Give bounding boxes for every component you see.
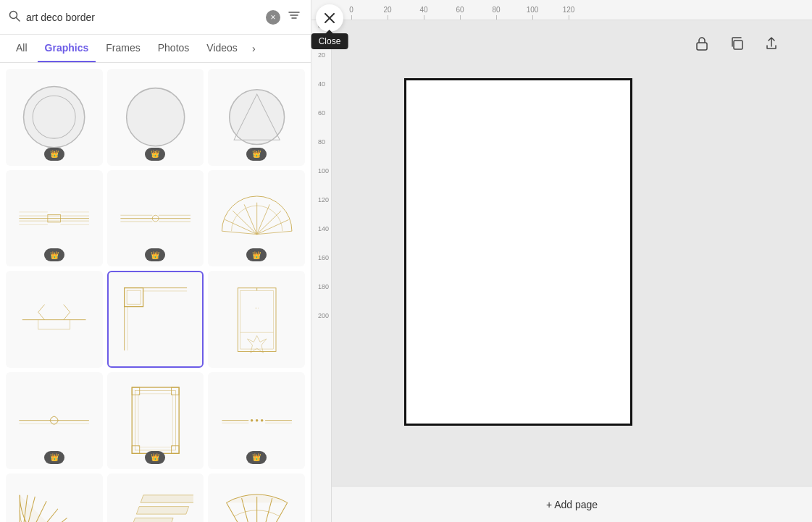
search-bar: art deco border × <box>0 0 311 35</box>
tab-photos[interactable]: Photos <box>151 35 197 62</box>
svg-rect-55 <box>132 387 140 395</box>
ruler-mark-v: 160 <box>318 255 331 284</box>
svg-line-27 <box>225 219 256 234</box>
svg-line-81 <box>226 502 256 522</box>
ruler-mark-v: 60 <box>318 110 331 139</box>
svg-line-25 <box>244 204 257 234</box>
svg-text:···: ··· <box>255 306 259 311</box>
svg-rect-52 <box>132 387 179 453</box>
list-item[interactable]: ··· <box>208 271 305 368</box>
svg-rect-56 <box>171 387 179 395</box>
list-item[interactable]: 👑 <box>6 372 103 469</box>
premium-badge: 👑 <box>246 248 267 261</box>
list-item[interactable]: 👑 <box>107 69 204 166</box>
svg-rect-58 <box>171 446 179 454</box>
svg-line-26 <box>233 211 256 234</box>
svg-rect-77 <box>136 506 188 514</box>
ruler-mark: 20 <box>369 6 406 20</box>
premium-badge: 👑 <box>246 148 267 161</box>
ruler-mark-v: 180 <box>318 284 331 313</box>
tab-frames[interactable]: Frames <box>99 35 147 62</box>
graphics-grid: 👑 👑 👑 <box>6 69 305 522</box>
canvas-panel: 0 20 40 60 80 100 120 0 20 40 60 80 100 … <box>311 0 812 522</box>
svg-line-30 <box>256 211 280 234</box>
list-item[interactable]: 👑 <box>107 473 204 522</box>
svg-point-7 <box>126 88 184 146</box>
canvas-toolbar <box>690 32 783 55</box>
tab-graphics[interactable]: Graphics <box>38 35 96 62</box>
svg-line-28 <box>222 231 256 234</box>
ruler-mark-v: 140 <box>318 226 331 255</box>
share-icon[interactable] <box>760 32 783 55</box>
svg-rect-57 <box>132 446 140 454</box>
list-item[interactable] <box>6 271 103 368</box>
list-item[interactable]: 👑 <box>208 69 305 166</box>
svg-rect-43 <box>238 287 276 351</box>
premium-badge: 👑 <box>44 451 64 464</box>
premium-badge: 👑 <box>44 248 64 261</box>
ruler-mark-v: 20 <box>318 52 331 81</box>
ruler-mark: 60 <box>442 6 478 20</box>
close-tooltip: Close <box>311 33 348 49</box>
list-item[interactable] <box>107 271 204 368</box>
svg-rect-98 <box>697 43 707 50</box>
svg-line-32 <box>256 231 291 234</box>
tab-more[interactable]: › <box>248 35 260 62</box>
svg-rect-53 <box>135 391 175 451</box>
svg-rect-99 <box>734 41 742 49</box>
list-item[interactable]: 👑 <box>107 170 204 267</box>
premium-badge: 👑 <box>246 451 267 464</box>
svg-line-1 <box>17 17 20 21</box>
list-item[interactable]: 👑 <box>107 372 204 469</box>
ruler-mark-v: 40 <box>318 81 331 110</box>
ruler-vertical: 0 20 40 60 80 100 120 140 160 180 200 <box>311 20 332 522</box>
svg-rect-76 <box>141 495 193 503</box>
ruler-mark-v: 120 <box>318 197 331 226</box>
svg-rect-37 <box>124 288 143 307</box>
clear-search-button[interactable]: × <box>266 10 280 25</box>
tabs-bar: All Graphics Frames Photos Videos › <box>0 35 311 63</box>
list-item[interactable]: 👑 <box>6 170 103 267</box>
svg-rect-78 <box>132 518 172 522</box>
lock-icon[interactable] <box>690 32 713 55</box>
close-button-area: Close <box>311 0 348 36</box>
canvas-page[interactable] <box>404 78 632 426</box>
canvas-main[interactable] <box>332 20 812 522</box>
premium-badge: 👑 <box>145 248 165 261</box>
svg-line-31 <box>256 219 288 234</box>
left-panel: art deco border × All Graphics Frames Ph… <box>0 0 311 522</box>
svg-line-29 <box>256 204 269 234</box>
ruler-mark-v: 100 <box>318 168 331 197</box>
tab-all[interactable]: All <box>9 35 35 62</box>
add-page-button[interactable]: + Add page <box>546 499 598 510</box>
ruler-mark: 40 <box>406 6 442 20</box>
premium-badge: 👑 <box>145 148 165 161</box>
search-icon <box>9 10 20 25</box>
ruler-mark: 80 <box>478 6 514 20</box>
filter-button[interactable] <box>286 7 302 27</box>
svg-point-61 <box>250 419 253 422</box>
ruler-mark-v: 80 <box>318 139 331 168</box>
duplicate-icon[interactable] <box>725 32 748 55</box>
add-page-bar: + Add page <box>332 486 812 522</box>
list-item[interactable]: 👑 <box>6 69 103 166</box>
ruler-mark: 120 <box>551 6 587 20</box>
list-item[interactable]: 👑 <box>208 170 305 267</box>
ruler-mark-v: 200 <box>318 313 331 342</box>
svg-rect-54 <box>138 394 172 447</box>
list-item[interactable]: 👑 <box>6 473 103 522</box>
list-item[interactable]: 👑 <box>208 473 305 522</box>
svg-rect-44 <box>240 290 273 349</box>
premium-badge: 👑 <box>44 148 64 161</box>
svg-rect-38 <box>127 290 141 304</box>
svg-line-85 <box>256 502 287 522</box>
svg-point-63 <box>260 419 263 422</box>
ruler-mark: 100 <box>514 6 551 20</box>
list-item[interactable]: 👑 <box>208 372 305 469</box>
search-input[interactable]: art deco border <box>26 12 260 23</box>
close-panel-button[interactable] <box>316 4 343 32</box>
graphics-grid-area: 👑 👑 👑 <box>0 63 311 522</box>
svg-point-8 <box>229 90 284 145</box>
svg-point-62 <box>255 419 258 422</box>
tab-videos[interactable]: Videos <box>199 35 245 62</box>
